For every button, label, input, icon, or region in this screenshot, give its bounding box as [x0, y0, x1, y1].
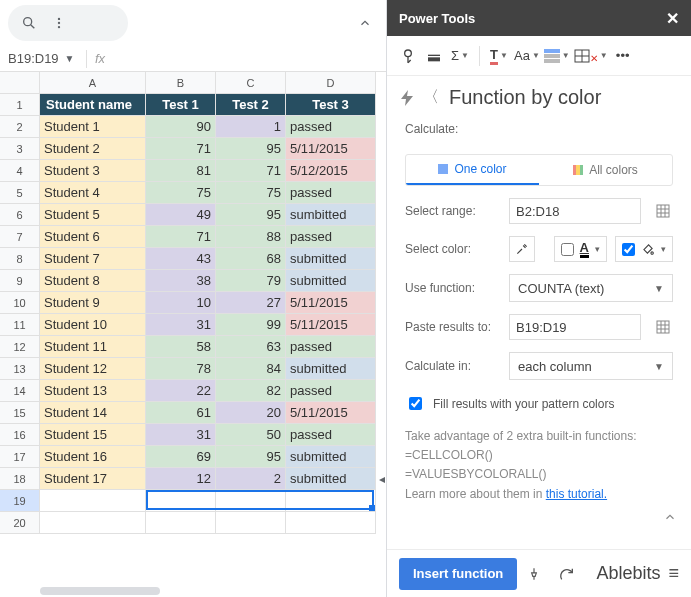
cell[interactable]: Student 7 — [40, 248, 146, 270]
row-group-toggle-icon[interactable]: ◂ — [377, 468, 387, 490]
cell[interactable]: 20 — [216, 402, 286, 424]
cell[interactable]: Student 6 — [40, 226, 146, 248]
calculate-in-select[interactable]: each column▼ — [509, 352, 673, 380]
row-header[interactable]: 9 — [0, 270, 40, 292]
paste-results-input[interactable]: B19:D19 — [509, 314, 641, 340]
trim-icon[interactable] — [423, 43, 445, 69]
cell[interactable]: Student 10 — [40, 314, 146, 336]
cell[interactable]: passed — [286, 182, 376, 204]
cell[interactable]: passed — [286, 424, 376, 446]
row-header[interactable]: 12 — [0, 336, 40, 358]
cell[interactable]: Student 17 — [40, 468, 146, 490]
cell[interactable]: 61 — [146, 402, 216, 424]
row-header[interactable]: 14 — [0, 380, 40, 402]
cell[interactable]: 95 — [216, 204, 286, 226]
cell[interactable]: 5/11/2015 — [286, 314, 376, 336]
font-size-icon[interactable]: Aa▼ — [514, 43, 540, 69]
row-header[interactable]: 16 — [0, 424, 40, 446]
cell[interactable]: 71 — [216, 160, 286, 182]
cell[interactable] — [40, 512, 146, 534]
dedupe-icon[interactable] — [397, 43, 419, 69]
row-header[interactable]: 5 — [0, 182, 40, 204]
cell[interactable]: Student 14 — [40, 402, 146, 424]
sum-icon[interactable]: Σ▼ — [449, 43, 471, 69]
cell[interactable]: Student 11 — [40, 336, 146, 358]
table-style-icon[interactable]: ▼ — [544, 43, 570, 69]
pin-icon[interactable] — [527, 567, 549, 581]
cell[interactable]: 88 — [216, 226, 286, 248]
cell[interactable]: submitted — [286, 358, 376, 380]
cell[interactable] — [146, 512, 216, 534]
cell[interactable]: Student 3 — [40, 160, 146, 182]
search-icon[interactable] — [14, 8, 44, 38]
cell[interactable]: 22 — [146, 380, 216, 402]
cell[interactable]: Student 12 — [40, 358, 146, 380]
insert-function-button[interactable]: Insert function — [399, 558, 517, 590]
cell[interactable]: 75 — [216, 182, 286, 204]
row-header[interactable]: 20 — [0, 512, 40, 534]
cell[interactable]: Student 9 — [40, 292, 146, 314]
row-header[interactable]: 8 — [0, 248, 40, 270]
brand-menu-icon[interactable]: ≡ — [668, 563, 679, 584]
range-picker-icon[interactable] — [653, 317, 673, 337]
text-color-icon[interactable]: T▼ — [488, 43, 510, 69]
more-tools-icon[interactable]: ••• — [612, 43, 634, 69]
clear-format-icon[interactable]: ✕▼ — [574, 43, 608, 69]
row-header[interactable]: 13 — [0, 358, 40, 380]
collapse-icon[interactable] — [663, 510, 677, 524]
row-header[interactable]: 10 — [0, 292, 40, 314]
row-header[interactable]: 19 — [0, 490, 40, 512]
cell[interactable]: Student 8 — [40, 270, 146, 292]
header-cell[interactable]: Test 3 — [286, 94, 376, 116]
col-header-b[interactable]: B — [146, 72, 216, 94]
cell[interactable]: 5/11/2015 — [286, 292, 376, 314]
header-cell[interactable]: Student name — [40, 94, 146, 116]
cell[interactable]: 95 — [216, 446, 286, 468]
range-picker-icon[interactable] — [653, 201, 673, 221]
tab-one-color[interactable]: One color — [406, 155, 539, 185]
cell[interactable]: 63 — [216, 336, 286, 358]
cell[interactable]: sumbitted — [286, 204, 376, 226]
cell[interactable]: 50 — [216, 424, 286, 446]
cell[interactable] — [286, 512, 376, 534]
cell[interactable]: 75 — [146, 182, 216, 204]
cell[interactable]: submitted — [286, 248, 376, 270]
cell[interactable]: 1 — [216, 116, 286, 138]
cell[interactable]: 90 — [146, 116, 216, 138]
select-range-input[interactable]: B2:D18 — [509, 198, 641, 224]
cell[interactable]: passed — [286, 116, 376, 138]
cell[interactable]: 5/12/2015 — [286, 160, 376, 182]
cell[interactable]: 71 — [146, 226, 216, 248]
cell[interactable] — [40, 490, 146, 512]
header-cell[interactable]: Test 2 — [216, 94, 286, 116]
horizontal-scrollbar[interactable] — [40, 587, 378, 595]
cell[interactable]: passed — [286, 380, 376, 402]
cell[interactable]: passed — [286, 336, 376, 358]
header-cell[interactable]: Test 1 — [146, 94, 216, 116]
cell[interactable]: 78 — [146, 358, 216, 380]
close-icon[interactable]: ✕ — [666, 9, 679, 28]
cell[interactable]: 43 — [146, 248, 216, 270]
eyedropper-icon[interactable] — [509, 236, 535, 262]
cell[interactable]: 10 — [146, 292, 216, 314]
fill-pattern-checkbox[interactable] — [409, 397, 422, 410]
cell[interactable]: Student 15 — [40, 424, 146, 446]
cell[interactable]: 68 — [216, 248, 286, 270]
font-color-check[interactable]: A▾ — [554, 236, 607, 262]
tab-all-colors[interactable]: All colors — [539, 155, 672, 185]
col-header-c[interactable]: C — [216, 72, 286, 94]
cell[interactable]: submitted — [286, 468, 376, 490]
cell[interactable]: Student 4 — [40, 182, 146, 204]
row-header[interactable]: 4 — [0, 160, 40, 182]
cell[interactable]: 81 — [146, 160, 216, 182]
collapse-toolbar-icon[interactable] — [358, 16, 378, 30]
back-icon[interactable]: 〈 — [423, 87, 439, 108]
cell[interactable]: 79 — [216, 270, 286, 292]
cell[interactable]: 49 — [146, 204, 216, 226]
cell[interactable]: 84 — [216, 358, 286, 380]
more-icon[interactable] — [44, 8, 74, 38]
select-all-corner[interactable] — [0, 72, 40, 94]
cell[interactable] — [146, 490, 216, 512]
cell[interactable] — [216, 490, 286, 512]
cell[interactable]: 38 — [146, 270, 216, 292]
